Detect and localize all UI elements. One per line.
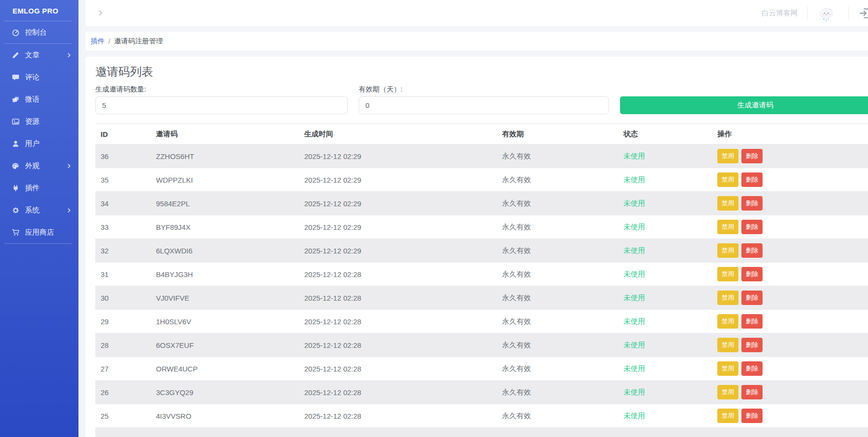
row-code: VJ0VIFVE — [151, 286, 299, 310]
disable-button[interactable]: 禁用 — [717, 291, 738, 305]
row-id: 27 — [95, 357, 151, 381]
sidebar-item-label: 控制台 — [25, 28, 72, 37]
empty-cell — [712, 428, 868, 437]
site-name-link[interactable]: 白云博客网 — [762, 9, 798, 18]
invite-code-card: 邀请码列表 生成邀请码数量: 有效期（天）: 生成邀请码 — [86, 57, 868, 437]
row-status: 未使用 — [618, 145, 712, 168]
logout-icon[interactable] — [859, 7, 868, 19]
delete-button[interactable]: 删除 — [741, 409, 763, 423]
row-time: 2025-12-12 02:29 — [299, 168, 497, 192]
empty-cell — [618, 428, 712, 437]
sidebar-item-dashboard[interactable]: 控制台 — [0, 21, 78, 43]
sidebar-item-label: 系统 — [25, 206, 66, 215]
disable-button[interactable]: 禁用 — [717, 409, 738, 423]
empty-cell — [151, 428, 299, 437]
delete-button[interactable]: 删除 — [741, 314, 763, 329]
row-time: 2025-12-12 02:29 — [299, 145, 497, 168]
user-icon — [12, 140, 20, 148]
pencil-icon — [12, 51, 20, 59]
row-id: 26 — [95, 381, 151, 404]
row-actions: 禁用删除 — [712, 168, 868, 192]
row-id: 32 — [95, 239, 151, 263]
row-id: 28 — [95, 333, 151, 357]
column-header: 操作 — [712, 124, 868, 145]
disable-button[interactable]: 禁用 — [717, 149, 738, 163]
row-actions: 禁用删除 — [712, 215, 868, 239]
generate-button-group: 生成邀请码 — [620, 85, 868, 114]
row-validity: 永久有效 — [497, 168, 618, 192]
sidebar-item-notes[interactable]: 微语 — [0, 88, 78, 110]
row-status: 未使用 — [618, 168, 712, 192]
topbar: 白云博客网 — [86, 0, 868, 26]
sidebar: EMLOG PRO 控制台文章评论微语资源用户外观插件系统应用商店 — [0, 0, 78, 437]
delete-button[interactable]: 删除 — [741, 291, 763, 305]
status-badge: 未使用 — [623, 341, 645, 349]
empty-cell — [497, 428, 618, 437]
row-status: 未使用 — [618, 263, 712, 286]
status-badge: 未使用 — [623, 293, 645, 302]
row-actions: 禁用删除 — [712, 333, 868, 357]
sidebar-item-appearance[interactable]: 外观 — [0, 155, 78, 177]
disable-button[interactable]: 禁用 — [717, 338, 738, 352]
row-id: 33 — [95, 215, 151, 239]
sidebar-item-label: 微语 — [25, 95, 72, 104]
sidebar-item-app-store[interactable]: 应用商店 — [0, 221, 78, 243]
sidebar-item-label: 外观 — [25, 161, 66, 171]
row-id: 30 — [95, 286, 151, 310]
sidebar-item-plugins[interactable]: 插件 — [0, 177, 78, 199]
status-badge: 未使用 — [623, 270, 645, 278]
row-id: 31 — [95, 263, 151, 286]
breadcrumb-parent-link[interactable]: 插件 — [91, 37, 104, 46]
disable-button[interactable]: 禁用 — [717, 172, 738, 187]
row-validity: 永久有效 — [497, 381, 618, 404]
row-validity: 永久有效 — [497, 192, 618, 215]
delete-button[interactable]: 删除 — [741, 196, 763, 211]
delete-button[interactable]: 删除 — [741, 220, 763, 234]
palette-icon — [12, 162, 20, 170]
row-actions: 禁用删除 — [712, 310, 868, 333]
table-row: 291H0SLV6V2025-12-12 02:28永久有效未使用禁用删除 — [95, 310, 868, 333]
row-time: 2025-12-12 02:28 — [299, 381, 497, 404]
disable-button[interactable]: 禁用 — [717, 220, 738, 234]
sidebar-item-system[interactable]: 系统 — [0, 199, 78, 221]
delete-button[interactable]: 删除 — [741, 385, 763, 399]
generate-button[interactable]: 生成邀请码 — [620, 96, 868, 114]
count-input[interactable] — [95, 96, 348, 114]
row-time: 2025-12-12 02:29 — [299, 239, 497, 263]
sidebar-item-label: 插件 — [25, 184, 72, 193]
delete-button[interactable]: 删除 — [741, 361, 763, 376]
disable-button[interactable]: 禁用 — [717, 267, 738, 281]
row-actions: 禁用删除 — [712, 357, 868, 381]
sidebar-item-comments[interactable]: 评论 — [0, 66, 78, 88]
row-code: WDPPZLKI — [151, 168, 299, 192]
row-code: B4BYJG3H — [151, 263, 299, 286]
row-code: 3C3GYQ29 — [151, 381, 299, 404]
row-id: 29 — [95, 310, 151, 333]
table-row: 349584E2PL2025-12-12 02:29永久有效未使用禁用删除 — [95, 192, 868, 215]
sidebar-item-articles[interactable]: 文章 — [0, 44, 78, 66]
status-badge: 未使用 — [623, 199, 645, 207]
table-row: 263C3GYQ292025-12-12 02:28永久有效未使用禁用删除 — [95, 381, 868, 404]
sidebar-item-users[interactable]: 用户 — [0, 132, 78, 155]
delete-button[interactable]: 删除 — [741, 172, 763, 187]
delete-button[interactable]: 删除 — [741, 267, 763, 281]
row-code: 1H0SLV6V — [151, 310, 299, 333]
disable-button[interactable]: 禁用 — [717, 314, 738, 329]
row-actions: 禁用删除 — [712, 192, 868, 215]
disable-button[interactable]: 禁用 — [717, 361, 738, 376]
delete-button[interactable]: 删除 — [741, 243, 763, 258]
row-time: 2025-12-12 02:29 — [299, 192, 497, 215]
disable-button[interactable]: 禁用 — [717, 385, 738, 399]
user-avatar[interactable] — [816, 3, 836, 23]
delete-button[interactable]: 删除 — [741, 149, 763, 163]
sidebar-toggle-chevron-icon[interactable] — [97, 10, 104, 16]
days-input[interactable] — [359, 96, 609, 114]
status-badge: 未使用 — [623, 364, 645, 372]
sidebar-menu: 控制台文章评论微语资源用户外观插件系统应用商店 — [0, 21, 78, 244]
delete-button[interactable]: 删除 — [741, 338, 763, 352]
sidebar-item-resources[interactable]: 资源 — [0, 110, 78, 132]
row-actions: 禁用删除 — [712, 239, 868, 263]
disable-button[interactable]: 禁用 — [717, 243, 738, 258]
row-time: 2025-12-12 02:28 — [299, 310, 497, 333]
disable-button[interactable]: 禁用 — [717, 196, 738, 211]
